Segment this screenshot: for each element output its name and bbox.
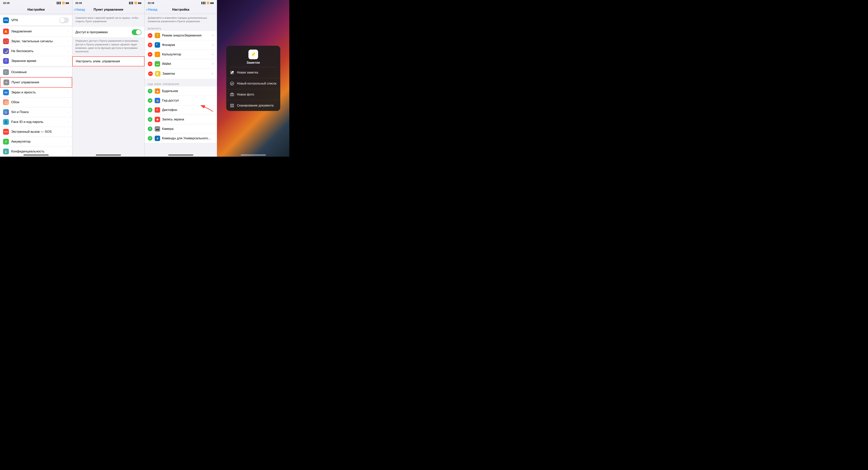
- faceid-label: Face ID и код-пароль: [11, 120, 68, 124]
- popup-item-scan[interactable]: Сканирование документа: [226, 100, 280, 111]
- remove-notes-btn[interactable]: [148, 71, 153, 76]
- drag-notes[interactable]: ≡: [212, 72, 213, 76]
- display-chevron: ›: [68, 91, 69, 94]
- emergency-chevron: ›: [68, 130, 69, 133]
- settings-row-faceid[interactable]: 👤 Face ID и код-пароль ›: [0, 117, 72, 127]
- battery-label: Аккумулятор: [11, 140, 68, 144]
- drag-calc[interactable]: ≡: [212, 53, 214, 56]
- remove-calc-btn[interactable]: [148, 52, 152, 57]
- screentime-label: Экранное время: [11, 59, 68, 63]
- settings-row-siri[interactable]: ◎ Siri и Поиск ›: [0, 107, 72, 117]
- remove-torch-btn[interactable]: [148, 42, 152, 47]
- customize-chevron: ›: [140, 60, 141, 63]
- settings-row-dnd[interactable]: 🌙 Не беспокоить ›: [0, 46, 72, 56]
- faceid-icon: 👤: [3, 119, 9, 125]
- access-row[interactable]: Доступ в программах: [72, 27, 145, 38]
- back-button-2[interactable]: ‹ Назад: [74, 7, 85, 12]
- battery-icon: ⚡: [3, 139, 9, 145]
- home-indicator-3: [168, 154, 193, 155]
- svg-point-2: [230, 82, 234, 85]
- svg-rect-6: [232, 104, 234, 105]
- remove-wallet-btn[interactable]: [148, 62, 152, 66]
- settings-row-vpn[interactable]: VPN VPN: [0, 16, 72, 25]
- controlcenter-icon: ⊞: [3, 80, 9, 85]
- wallpaper-label: Обои: [11, 100, 68, 104]
- header-text-3: Добавляйте и изменяйте порядок дополните…: [145, 14, 217, 26]
- emergency-icon: SOS: [3, 129, 9, 135]
- wifi-icon-2: 📶: [134, 2, 137, 4]
- shortcuts-icon: ⚡: [155, 136, 160, 141]
- scan-icon: [229, 103, 235, 108]
- settings-row-wallpaper[interactable]: 🌸 Обои ›: [0, 97, 72, 107]
- record-icon: ⏺: [155, 117, 160, 122]
- settings-list-1: VPN VPN 🔔 Уведомления › 🔊 Звуки, тактиль…: [0, 14, 72, 157]
- settings-row-general[interactable]: ⚙️ Основные ›: [0, 67, 72, 77]
- settings-row-screentime[interactable]: ⏱ Экранное время ›: [0, 56, 72, 66]
- calc-label: Калькулятор: [162, 53, 181, 56]
- sounds-label: Звуки, тактильные сигналы: [11, 39, 68, 43]
- notes-label: Заметки: [162, 72, 175, 76]
- svg-rect-5: [230, 104, 232, 105]
- popup-item-new-note[interactable]: Новая заметка: [226, 67, 280, 78]
- section-vpn: VPN VPN: [0, 16, 72, 25]
- status-bar-2: 22:18 ▌▌▌ 📶 ▮▮▮: [72, 0, 145, 5]
- wallet-icon: 💳: [155, 61, 160, 66]
- popup-item-checklist[interactable]: Новый контрольный список: [226, 78, 280, 89]
- settings-row-sounds[interactable]: 🔊 Звуки, тактильные сигналы ›: [0, 36, 72, 46]
- dnd-icon: 🌙: [3, 48, 9, 54]
- back-chevron-2: ‹: [74, 7, 75, 12]
- new-note-label: Новая заметка: [237, 71, 258, 74]
- add-guided-btn[interactable]: [148, 98, 152, 103]
- camera-label: Камера: [162, 127, 174, 131]
- notes-popup: Заметки Новая заметка Новый контрольный …: [226, 46, 280, 111]
- scan-label: Сканирование документа: [237, 104, 274, 107]
- settings-row-display[interactable]: AA Экран и яркость ›: [0, 88, 72, 97]
- control-row-record: ⏺ Запись экрана: [145, 115, 217, 124]
- include-header-label: ВКЛЮЧИТЬ: [148, 27, 161, 30]
- control-row-guided: 🔒 Гид-доступ: [145, 96, 217, 105]
- voice-icon: 🎙: [155, 107, 160, 113]
- wifi-icon-1: 📶: [62, 2, 65, 4]
- drag-torch[interactable]: ≡: [212, 43, 214, 47]
- add-record-btn[interactable]: [148, 117, 152, 122]
- notes-popup-title: Заметки: [247, 61, 260, 65]
- alarm-label: Будильник: [162, 89, 178, 93]
- notifications-chevron: ›: [68, 30, 69, 33]
- settings-row-battery[interactable]: ⚡ Аккумулятор ›: [0, 137, 72, 147]
- notes-control-icon: 📝: [155, 71, 160, 77]
- panel-control-center: 22:18 ▌▌▌ 📶 ▮▮▮ ‹ Назад Пункт управления…: [72, 0, 145, 157]
- panel-settings: 22:18 ▌▌▌ 📶 ▮▮▮ Настройки VPN VPN 🔔 Увед…: [0, 0, 72, 157]
- torch-label: Фонарик: [162, 43, 175, 47]
- vpn-label: VPN: [11, 18, 59, 22]
- add-voice-btn[interactable]: [148, 108, 152, 112]
- remove-energy-btn[interactable]: [148, 33, 152, 38]
- privacy-icon: ✋: [3, 149, 9, 154]
- wallpaper-chevron: ›: [68, 101, 69, 104]
- time-3: 22:18: [148, 2, 154, 4]
- settings-row-controlcenter[interactable]: ⊞ Пункт управления ›: [0, 77, 72, 88]
- drag-wallet[interactable]: ≡: [212, 62, 214, 66]
- nav-bar-1: Настройки: [0, 5, 72, 14]
- access-toggle[interactable]: [132, 29, 142, 35]
- status-icons-3: ▌▌▌ 📶 ▮▮▮: [202, 2, 214, 4]
- back-button-3[interactable]: ‹ Назад: [146, 7, 157, 12]
- faceid-chevron: ›: [68, 120, 69, 123]
- more-controls-list: ⏰ Будильник 🔒 Гид-доступ 🎙 Диктофон ⏺ За…: [145, 86, 217, 143]
- vpn-toggle[interactable]: [59, 18, 69, 23]
- settings-row-emergency[interactable]: SOS Экстренный вызов — SOS ›: [0, 127, 72, 137]
- voice-label: Диктофон: [162, 108, 177, 112]
- signal-icon-2: ▌▌▌: [129, 2, 134, 4]
- customize-row[interactable]: Настроить элем. управления ›: [72, 56, 145, 66]
- popup-item-photo[interactable]: Новое фото: [226, 89, 280, 100]
- controlcenter-chevron: ›: [68, 81, 69, 84]
- settings-row-notifications[interactable]: 🔔 Уведомления ›: [0, 27, 72, 36]
- drag-energy[interactable]: ≡: [212, 34, 214, 37]
- photo-label: Новое фото: [237, 93, 254, 96]
- add-shortcuts-btn[interactable]: [148, 136, 152, 141]
- battery-icon-2: ▮▮▮: [138, 2, 142, 4]
- display-icon: AA: [3, 90, 9, 95]
- add-camera-btn[interactable]: [148, 126, 152, 131]
- add-alarm-btn[interactable]: [148, 89, 152, 93]
- section-access: Доступ в программах Разрешить доступ к П…: [72, 27, 145, 55]
- status-bar-1: 22:18 ▌▌▌ 📶 ▮▮▮: [0, 0, 72, 5]
